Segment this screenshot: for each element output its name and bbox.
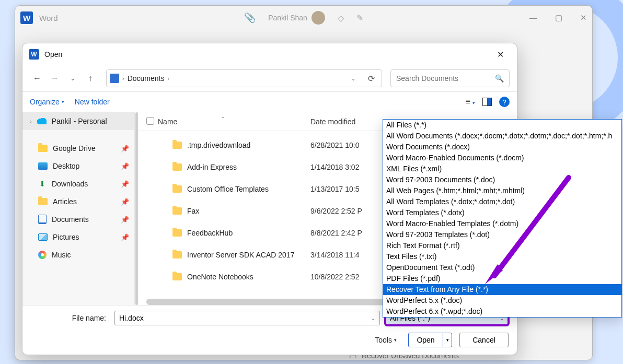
folder-icon: [172, 207, 182, 215]
file-name: Add-in Express: [187, 163, 237, 171]
folder-icon: [172, 163, 182, 171]
file-type-option[interactable]: All Web Pages (*.htm;*.html;*.mht;*.mhtm…: [383, 185, 621, 196]
file-name-label: File name:: [31, 314, 109, 322]
refresh-button[interactable]: ⟳: [364, 71, 378, 86]
file-name: FeedbackHub: [187, 229, 233, 237]
file-name-input[interactable]: Hi.docx ⌄: [114, 311, 380, 325]
diamond-icon: ◇: [338, 13, 344, 23]
file-type-option[interactable]: Rich Text Format (*.rtf): [383, 240, 621, 251]
desktop-icon: [38, 162, 48, 170]
nav-item-documents[interactable]: Documents 📌: [22, 210, 134, 228]
file-type-option[interactable]: Word 97-2003 Documents (*.doc): [383, 174, 621, 185]
file-type-option[interactable]: WordPerfect 5.x (*.doc): [383, 295, 621, 306]
preview-toggle[interactable]: [482, 98, 492, 106]
nav-item-label: Pictures: [53, 233, 79, 241]
search-icon: 🔍: [495, 74, 504, 83]
word-titlebar: W Word 📎 Pankil Shan ◇ ✎ — ▢ ✕: [15, 6, 592, 30]
pin-icon: 📌: [121, 162, 129, 170]
file-type-option[interactable]: Word 97-2003 Templates (*.dot): [383, 229, 621, 240]
nav-item-pictures[interactable]: Pictures 📌: [22, 228, 134, 246]
file-type-option[interactable]: Recover Text from Any File (*.*): [383, 284, 621, 295]
file-name-value: Hi.docx: [119, 314, 144, 322]
nav-pane: › Pankil - Personal Google Drive 📌 Deskt…: [22, 112, 135, 305]
folder-icon: [172, 273, 182, 280]
header-name[interactable]: Name ⌃: [158, 118, 310, 126]
folder-icon: [172, 142, 182, 149]
chevron-right-icon: ›: [167, 75, 169, 81]
cancel-button[interactable]: Cancel: [459, 333, 509, 347]
file-type-option[interactable]: Text Files (*.txt): [383, 251, 621, 262]
nav-item-music[interactable]: Music: [22, 246, 134, 264]
address-path: Documents: [128, 74, 165, 83]
chevron-down-icon: ⌄: [371, 315, 375, 321]
file-type-option[interactable]: Word Documents (*.docx): [383, 142, 621, 152]
documents-icon: [38, 215, 47, 224]
up-button[interactable]: ↑: [83, 71, 98, 86]
pin-icon: 📌: [121, 180, 129, 188]
nav-item-downloads[interactable]: ⬇ Downloads 📌: [22, 175, 134, 193]
search-placeholder: Search Documents: [396, 74, 458, 83]
nav-item-label: Documents: [52, 215, 89, 224]
dialog-titlebar: W Open ✕: [22, 43, 517, 65]
view-menu[interactable]: ≡ ▾: [465, 97, 475, 107]
back-button[interactable]: ←: [30, 71, 44, 86]
file-type-option[interactable]: All Word Documents (*.docx;*.docm;*.dotx…: [383, 131, 621, 142]
open-button[interactable]: Open ▾: [408, 333, 452, 347]
select-all-checkbox[interactable]: [146, 117, 154, 125]
file-type-dropdown[interactable]: All Files (*.*)All Word Documents (*.doc…: [383, 119, 622, 318]
dialog-title: Open: [44, 50, 62, 58]
nav-item-label: Google Drive: [53, 144, 96, 152]
nav-item-articles[interactable]: Articles 📌: [22, 193, 134, 210]
pin-icon: 📌: [121, 233, 129, 241]
tools-menu[interactable]: Tools ▾: [375, 336, 397, 344]
file-type-option[interactable]: All Files (*.*): [383, 120, 621, 131]
history-dropdown[interactable]: ⌄: [65, 71, 80, 86]
folder-icon: [38, 198, 48, 205]
file-name: OneNote Notebooks: [187, 273, 253, 281]
open-button-label: Open: [409, 333, 443, 347]
pin-icon: 📌: [121, 145, 129, 152]
help-button[interactable]: ?: [499, 97, 510, 107]
organize-menu[interactable]: Organize ▾: [30, 98, 64, 106]
music-icon: [38, 251, 47, 259]
search-input[interactable]: Search Documents 🔍: [390, 69, 510, 87]
file-type-option[interactable]: PDF Files (*.pdf): [383, 273, 621, 284]
file-type-option[interactable]: Word Templates (*.dotx): [383, 207, 621, 218]
file-type-option[interactable]: WordPerfect 6.x (*.wpd;*.doc): [383, 306, 621, 317]
nav-item-google-drive[interactable]: Google Drive 📌: [22, 139, 134, 157]
location-icon: [110, 74, 119, 83]
chevron-right-icon: ›: [122, 75, 124, 81]
dialog-close-button[interactable]: ✕: [490, 47, 511, 62]
dialog-toolbar: Organize ▾ New folder ≡ ▾ ?: [22, 91, 517, 112]
open-split-dropdown[interactable]: ▾: [443, 337, 452, 343]
file-type-option[interactable]: Word Macro-Enabled Templates (*.dotm): [383, 218, 621, 229]
sort-indicator-icon: ⌃: [221, 116, 225, 121]
file-type-option[interactable]: OpenDocument Text (*.odt): [383, 262, 621, 273]
file-type-option[interactable]: Word Macro-Enabled Documents (*.docm): [383, 152, 621, 163]
nav-root-item[interactable]: › Pankil - Personal: [22, 112, 134, 130]
word-app-icon: W: [29, 49, 39, 60]
folder-icon: [172, 185, 182, 193]
address-bar[interactable]: › Documents › ⌄ ⟳: [106, 69, 382, 87]
folder-icon: [172, 229, 182, 237]
downloads-icon: ⬇: [38, 180, 47, 188]
addr-dropdown-button[interactable]: ⌄: [346, 71, 361, 86]
file-name: .tmp.drivedownload: [187, 141, 250, 149]
nav-item-label: Music: [52, 251, 71, 259]
folder-icon: [172, 251, 182, 259]
nav-item-label: Pankil - Personal: [52, 117, 107, 125]
dialog-nav-row: ← → ⌄ ↑ › Documents › ⌄ ⟳ Search Documen…: [22, 65, 517, 91]
nav-item-desktop[interactable]: Desktop 📌: [22, 157, 134, 175]
pin-icon: 📌: [121, 198, 129, 206]
forward-button[interactable]: →: [48, 71, 62, 86]
onedrive-icon: [37, 118, 47, 124]
chevron-right-icon: ›: [30, 118, 32, 124]
attach-icon: 📎: [244, 12, 256, 24]
file-type-option[interactable]: XML Files (*.xml): [383, 163, 621, 174]
user-name-label: Pankil Shan: [268, 11, 325, 25]
pin-icon: 📌: [121, 216, 129, 224]
file-name: Inventor Server SDK ACAD 2017: [187, 251, 294, 259]
file-name: Fax: [187, 207, 199, 215]
new-folder-button[interactable]: New folder: [75, 98, 110, 106]
file-type-option[interactable]: All Word Templates (*.dotx;*.dotm;*.dot): [383, 196, 621, 207]
